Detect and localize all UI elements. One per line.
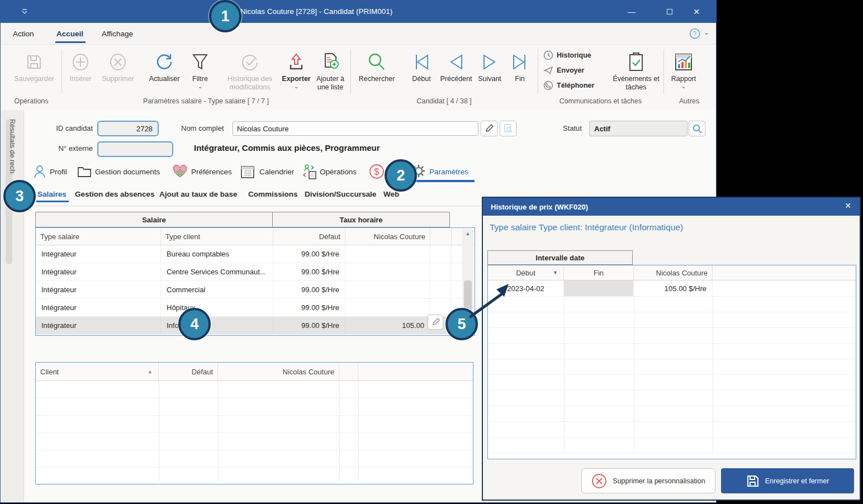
search-button[interactable]: Rechercher (354, 49, 399, 83)
quick-access-icon[interactable] (21, 8, 29, 16)
active-tab-underline (410, 180, 475, 182)
calendar-icon (240, 164, 255, 179)
menu-bar: Action Accueil Affichage ? ⌄ (1, 23, 716, 44)
statut-search-button[interactable] (689, 121, 705, 136)
callout-1: 1 (209, 0, 241, 32)
group-header-salaire[interactable]: Salaire (35, 212, 273, 227)
subtab-absences[interactable]: Gestion des absences (75, 190, 155, 198)
first-record-button[interactable]: Début (407, 49, 436, 83)
callout-3: 3 (3, 180, 36, 212)
table-row[interactable]: Intégrateur Bureau comptables 99.00 $/Hr… (36, 245, 475, 263)
scroll-up-icon[interactable]: ▲ (462, 229, 473, 238)
dialog-title-bar: Historique de prix (WKF020) ✕ (483, 198, 860, 216)
column-header[interactable]: Nicolas Couture (634, 265, 713, 280)
help-icon[interactable]: ? (689, 28, 700, 39)
id-candidat-label: ID candidat (35, 124, 93, 132)
ribbon-collapse-icon[interactable]: ⌄ (704, 28, 709, 36)
column-header[interactable]: Nicolas Couture (345, 228, 430, 245)
column-header[interactable]: Client ▲ (36, 363, 159, 381)
edit-rate-button[interactable] (428, 315, 443, 330)
edit-name-button[interactable] (481, 121, 497, 136)
table-row[interactable]: 2023-04-02 105.00 $/Hre (488, 280, 856, 297)
table-row[interactable]: Intégrateur Commercial 99.00 $/Hre (36, 281, 475, 299)
tab-parametres[interactable]: Paramètres (429, 168, 468, 176)
history-modifications-button[interactable]: Historique des modifications (219, 49, 281, 92)
menu-accueil[interactable]: Accueil (56, 30, 83, 38)
subtab-taux-base[interactable]: Ajout au taux de base (159, 190, 238, 198)
close-button[interactable]: ✕ (686, 4, 707, 19)
client-grid-header: Client ▲ Défaut Nicolas Couture (36, 363, 473, 381)
column-header[interactable]: Fin (564, 265, 634, 280)
column-header[interactable]: Type salaire (36, 228, 161, 245)
minimize-button[interactable]: — (621, 4, 642, 19)
document-search-icon (504, 124, 513, 133)
send-button[interactable]: Envoyer (543, 65, 584, 75)
dialog-grid-empty (488, 297, 856, 453)
phone-button[interactable]: Téléphoner (543, 80, 594, 91)
delete-button[interactable]: Supprimer (97, 49, 139, 83)
add-to-list-button[interactable]: Ajouter à une liste (312, 49, 349, 92)
tab-calendrier[interactable]: Calendrier (259, 168, 294, 176)
history-icon (543, 50, 553, 60)
chevron-down-icon: ⌄ (294, 84, 298, 89)
tab-preferences[interactable]: Préférences (191, 168, 232, 176)
table-row[interactable]: Intégrateur Informatique 99.00 $/Hre 105… (36, 317, 475, 335)
table-row[interactable]: Intégrateur Hôpitaux 99.00 $/Hre (36, 299, 475, 317)
group-label-communications: Communications et tâches (538, 97, 663, 106)
statut-field[interactable]: Actif (589, 121, 687, 136)
group-header-intervalle-date[interactable]: Intervalle date (487, 250, 633, 265)
group-label-candidat: Candidat [ 4 / 38 ] (350, 97, 538, 106)
insert-button[interactable]: Insérer (65, 49, 96, 83)
preview-name-button[interactable] (500, 121, 516, 136)
chart-report-icon (674, 49, 694, 75)
last-icon (510, 49, 529, 75)
side-panel-tab[interactable]: Résultats de rech (8, 119, 16, 173)
events-tasks-button[interactable]: Événements et tâches (611, 49, 661, 92)
subtab-salaires[interactable]: Salaires (37, 190, 67, 198)
menu-action[interactable]: Action (13, 30, 34, 38)
maximize-button[interactable]: ☐ (659, 4, 680, 19)
dialog-grid-header: Début ▼ Fin Nicolas Couture (488, 265, 856, 280)
chevron-down-icon: ⌄ (198, 84, 202, 89)
next-record-button[interactable]: Suivant (474, 49, 505, 83)
nom-complet-field[interactable]: Nicolas Couture (233, 121, 478, 136)
folder-icon (77, 165, 92, 178)
active-subtab-underline (36, 201, 69, 202)
svg-text:?: ? (693, 30, 696, 37)
save-close-button[interactable]: Enregistrer et fermer (721, 468, 854, 493)
column-header[interactable]: Type client (161, 228, 273, 245)
tab-gestion-documents[interactable]: Gestion documents (95, 168, 160, 176)
column-header[interactable]: Défaut (159, 363, 218, 381)
dropdown-icon[interactable]: ▼ (553, 270, 558, 275)
id-candidat-field[interactable]: 2728 (97, 121, 159, 136)
dialog-close-icon[interactable]: ✕ (842, 201, 854, 212)
dollar-icon[interactable]: $ (369, 164, 385, 179)
remove-customization-button[interactable]: Supprimer la personnalisation (581, 468, 715, 493)
save-button[interactable]: Sauvegarder (11, 49, 57, 83)
floppy-icon (25, 49, 44, 75)
profile-icon (34, 165, 46, 178)
candidate-roles: Intégrateur, Commis aux pièces, Programm… (194, 143, 380, 153)
subtab-commissions[interactable]: Commissions (248, 190, 298, 198)
column-header[interactable]: Nicolas Couture (218, 363, 339, 381)
paper-plane-icon (543, 65, 553, 75)
subtab-division[interactable]: Division/Succursale (305, 190, 376, 198)
table-row[interactable]: Intégrateur Centre Services Communaut...… (36, 263, 475, 281)
sort-asc-icon: ▲ (148, 369, 153, 374)
refresh-button[interactable]: Actualiser (142, 49, 187, 83)
externe-field[interactable] (97, 141, 173, 157)
pencil-icon (485, 124, 494, 133)
report-button[interactable]: Rapport ⌄ (665, 49, 702, 89)
tab-profil[interactable]: Profil (50, 168, 67, 176)
column-header[interactable]: Défaut (273, 228, 345, 245)
export-button[interactable]: Exporter ⌄ (279, 49, 313, 89)
filter-button[interactable]: Filtre ⌄ (187, 49, 214, 89)
history-button[interactable]: Historique (543, 50, 591, 60)
last-record-button[interactable]: Fin (506, 49, 533, 83)
tab-operations[interactable]: Opérations (320, 168, 357, 176)
menu-affichage[interactable]: Affichage (102, 30, 133, 38)
column-header[interactable]: Début ▼ (488, 265, 564, 280)
previous-record-button[interactable]: Précédent (437, 49, 475, 83)
group-header-taux-horaire[interactable]: Taux horaire (272, 212, 450, 227)
dialog-grid: Début ▼ Fin Nicolas Couture 2023-04-02 1… (487, 265, 856, 459)
